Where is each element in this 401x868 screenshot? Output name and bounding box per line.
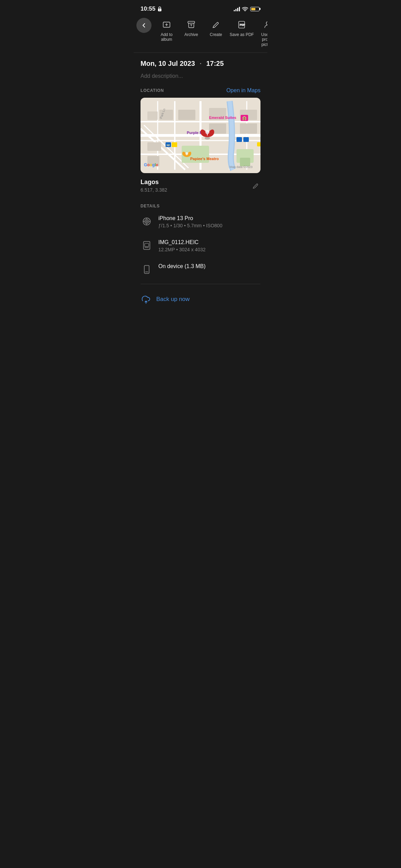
photo-date-time: Mon, 10 Jul 2023 · 17:25	[141, 60, 260, 68]
archive-label: Archive	[184, 32, 198, 37]
details-label: DETAILS	[141, 201, 260, 210]
photo-info: Mon, 10 Jul 2023 · 17:25 Add description…	[134, 53, 267, 193]
svg-text:Map data ©2023: Map data ©2023	[230, 165, 253, 169]
svg-point-2	[245, 11, 245, 11]
svg-rect-32	[147, 142, 161, 151]
svg-rect-27	[178, 110, 195, 120]
toolbar-archive[interactable]: Archive	[179, 18, 204, 38]
edit-icon	[252, 182, 259, 190]
map-view[interactable]: Park Ln Emerald Suites 🏨 Purple Bistro 🚌	[141, 98, 260, 173]
battery-icon	[250, 7, 260, 11]
wifi-icon	[242, 7, 248, 11]
storage-label: On device (1.3 MB)	[158, 263, 206, 269]
location-details: Lagos 6.517, 3.382	[141, 179, 260, 193]
svg-text:🏨: 🏨	[242, 116, 247, 120]
svg-rect-46	[257, 142, 260, 146]
svg-point-9	[266, 22, 267, 25]
status-time: 10:55	[141, 5, 155, 12]
add-to-album-label: Add to album	[161, 32, 173, 42]
location-label: LOCATION	[141, 88, 164, 93]
toolbar-create[interactable]: Create	[204, 18, 228, 38]
open-in-maps-button[interactable]: Open in Maps	[226, 87, 260, 94]
pdf-icon: PDF	[237, 20, 246, 29]
location-coordinates: 6.517, 3.382	[141, 187, 167, 193]
toolbar-add-to-album[interactable]: Add to album	[154, 18, 179, 44]
svg-text:Google: Google	[144, 162, 158, 167]
backup-cloud-icon	[141, 294, 151, 305]
file-name: IMG_0112.HEIC	[158, 239, 206, 245]
description-field[interactable]: Add description...	[141, 73, 260, 79]
status-bar: 10:55	[134, 0, 267, 16]
profile-icon	[263, 20, 267, 29]
lock-icon	[157, 6, 162, 12]
camera-specs: ƒ/1.5 • 1/30 • 5.7mm • ISO800	[158, 223, 222, 228]
svg-point-40	[205, 130, 209, 134]
back-button[interactable]	[136, 18, 151, 33]
create-label: Create	[210, 32, 222, 37]
svg-rect-31	[240, 123, 257, 134]
storage-detail-row: On device (1.3 MB)	[141, 258, 260, 281]
file-specs: 12.2MP • 3024 x 4032	[158, 247, 206, 252]
svg-text:Emerald Suites: Emerald Suites	[209, 116, 236, 120]
camera-icon	[141, 215, 153, 228]
edit-location-button[interactable]	[251, 181, 260, 191]
backup-button[interactable]: Back up now	[156, 296, 190, 303]
use-as-profile-label: Use as profile picture	[261, 32, 267, 47]
details-section: DETAILS iPhone 13 Pro ƒ/1.5 • 1/30 • 5.7…	[134, 201, 267, 281]
file-icon	[141, 239, 153, 252]
svg-rect-59	[145, 243, 149, 246]
archive-icon	[187, 20, 196, 29]
camera-device-name: iPhone 13 Pro	[158, 215, 222, 221]
svg-rect-25	[147, 111, 158, 120]
svg-point-48	[185, 152, 188, 155]
svg-rect-61	[144, 266, 149, 274]
svg-point-39	[205, 137, 210, 140]
file-detail-row: IMG_0112.HEIC 12.2MP • 3024 x 4032	[141, 234, 260, 258]
create-icon	[211, 20, 220, 29]
photo-date: Mon, 10 Jul 2023	[141, 60, 195, 67]
divider	[141, 284, 260, 284]
add-album-icon	[162, 20, 171, 29]
svg-point-52	[145, 219, 149, 224]
status-icons	[234, 7, 260, 11]
date-time-separator: ·	[200, 60, 202, 67]
svg-rect-43	[172, 142, 177, 147]
toolbar: Add to album Archive Create PDF	[134, 16, 267, 53]
svg-point-53	[146, 221, 148, 222]
location-section-header: LOCATION Open in Maps	[141, 87, 260, 94]
svg-rect-45	[243, 137, 249, 142]
svg-text:🚌: 🚌	[166, 143, 170, 147]
save-as-pdf-label: Save as PDF	[230, 32, 254, 37]
svg-rect-44	[236, 137, 242, 142]
device-icon	[141, 263, 153, 276]
toolbar-use-as-profile[interactable]: Use as profile picture	[255, 18, 267, 48]
photo-time: 17:25	[206, 60, 224, 67]
toolbar-save-as-pdf[interactable]: PDF Save as PDF	[228, 18, 255, 38]
svg-text:Papiee's Meatro: Papiee's Meatro	[190, 157, 219, 161]
signal-icon	[234, 7, 240, 11]
camera-detail-row: iPhone 13 Pro ƒ/1.5 • 1/30 • 5.7mm • ISO…	[141, 210, 260, 234]
svg-point-1	[159, 10, 160, 10]
backup-row[interactable]: Back up now	[134, 287, 267, 312]
location-city: Lagos	[141, 179, 167, 186]
svg-rect-6	[188, 21, 195, 23]
svg-text:PDF: PDF	[240, 23, 245, 26]
